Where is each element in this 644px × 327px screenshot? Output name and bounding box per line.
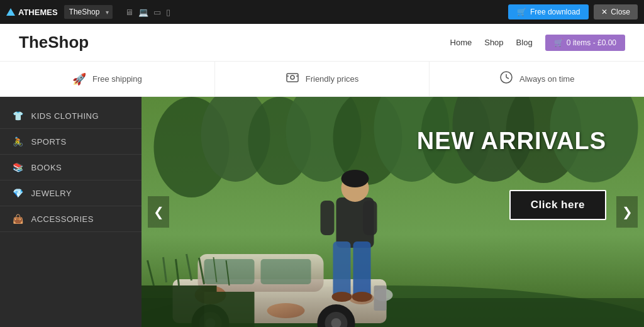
svg-rect-0 [287,74,298,82]
cart-icon: 🛒 [554,38,564,47]
tablet-icon[interactable]: ▭ [153,8,161,17]
books-icon: 📚 [13,162,24,172]
athemes-logo: ATHEMES [6,8,58,17]
jewelry-icon: 💎 [13,188,24,198]
hero-title: NEW ARRIVALS [417,128,606,155]
hero-cta-button[interactable]: Click here [509,190,606,220]
svg-rect-26 [261,259,311,284]
svg-rect-41 [364,201,377,235]
feature-prices: Friendly prices [215,62,430,96]
nav-shop[interactable]: Shop [484,38,503,47]
svg-rect-34 [374,285,387,311]
sidebar-item-label: KIDS CLOTHING [31,111,99,121]
sidebar-item-label: JEWELRY [31,189,72,198]
kids-clothing-icon: 👕 [13,111,24,121]
svg-point-43 [352,292,372,302]
topbar: ATHEMES TheShop 🖥 💻 ▭ ▯ 🛒 Free download … [0,0,644,24]
feature-shipping-label: Free shipping [92,74,142,84]
feature-prices-label: Friendly prices [306,74,359,84]
laptop-icon[interactable]: 💻 [138,8,148,17]
svg-point-37 [341,170,369,187]
download-label: Free download [530,8,580,16]
topbar-left: ATHEMES TheShop 🖥 💻 ▭ ▯ [6,5,170,19]
athemes-brand-label: ATHEMES [18,8,58,17]
feature-time-label: Always on time [519,74,574,84]
hero-next-arrow[interactable]: ❯ [616,196,638,228]
arrow-right-icon: ❯ [622,204,633,219]
svg-point-1 [291,75,294,79]
features-bar: 🚀 Free shipping Friendly prices Always o… [0,62,644,97]
sports-icon: 🚴 [13,136,24,147]
svg-point-23 [267,303,305,318]
close-label: Close [611,8,630,16]
sidebar-item-jewelry[interactable]: 💎 JEWELRY [0,180,142,206]
cart-icon: 🛒 [517,8,526,16]
cart-button[interactable]: 🛒 0 items - £0.00 [545,35,625,51]
money-icon [286,70,299,87]
desktop-icon[interactable]: 🖥 [125,8,133,17]
sidebar-item-label: ACCESSORIES [31,214,94,224]
theme-selector-wrapper[interactable]: TheShop [64,5,113,19]
site-header: TheShop Home Shop Blog 🛒 0 items - £0.00 [0,24,644,62]
arrow-left-icon: ❮ [153,204,164,219]
hero-prev-arrow[interactable]: ❮ [148,196,169,228]
rocket-icon: 🚀 [72,72,86,86]
sidebar-item-label: BOOKS [31,163,62,172]
close-icon: ✕ [601,8,608,16]
sidebar: 👕 KIDS CLOTHING 🚴 SPORTS 📚 BOOKS 💎 JEWEL… [0,97,142,327]
svg-rect-38 [333,241,351,298]
sidebar-item-sports[interactable]: 🚴 SPORTS [0,129,142,155]
svg-point-42 [332,292,352,302]
nav-home[interactable]: Home [450,38,472,47]
topbar-right: 🛒 Free download ✕ Close [508,4,638,19]
sidebar-item-books[interactable]: 📚 BOOKS [0,155,142,180]
svg-rect-40 [321,201,335,235]
feature-time: Always on time [430,62,644,96]
main-content: 👕 KIDS CLOTHING 🚴 SPORTS 📚 BOOKS 💎 JEWEL… [0,97,644,327]
close-button[interactable]: ✕ Close [594,4,638,19]
feature-shipping: 🚀 Free shipping [0,62,215,96]
athemes-triangle-icon [6,8,15,16]
sidebar-item-accessories[interactable]: 👜 ACCESSORIES [0,206,142,232]
theme-select[interactable]: TheShop [64,5,113,19]
svg-rect-39 [353,241,371,298]
site-logo: TheShop [19,33,89,52]
site-nav: Home Shop Blog 🛒 0 items - £0.00 [450,35,625,51]
sidebar-item-label: SPORTS [31,137,67,147]
accessories-icon: 👜 [13,214,24,224]
mobile-icon[interactable]: ▯ [166,8,170,17]
sidebar-item-kids-clothing[interactable]: 👕 KIDS CLOTHING [0,103,142,129]
free-download-button[interactable]: 🛒 Free download [508,4,589,19]
cart-label: 0 items - £0.00 [567,38,616,47]
hero-slider: NEW ARRIVALS Click here ❮ ❯ [142,97,644,327]
nav-blog[interactable]: Blog [516,38,533,47]
svg-line-6 [506,77,509,79]
svg-rect-45 [204,292,255,327]
viewport-icons: 🖥 💻 ▭ ▯ [125,8,170,17]
clock-icon [499,70,513,87]
